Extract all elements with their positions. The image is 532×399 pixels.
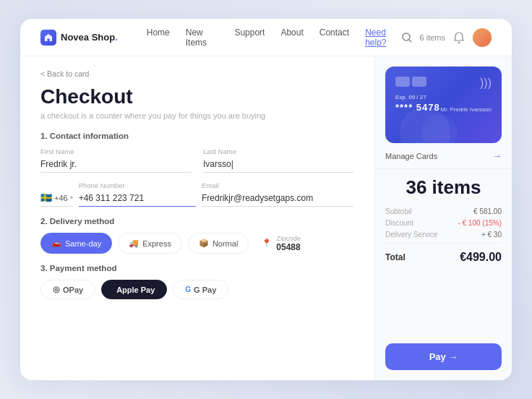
total-row: Total €499.00 <box>385 248 502 267</box>
total-label: Total <box>385 252 406 262</box>
nav-about[interactable]: About <box>280 27 303 48</box>
last-name-input[interactable] <box>203 157 354 173</box>
express-icon: 🚚 <box>129 239 139 248</box>
right-panel: ))) Exp. 09 / 27 **** 5478 Mr. Fredrik I… <box>374 56 512 380</box>
main-card: Novea Shop. Home New Items Support About… <box>20 19 512 380</box>
delivery-row: Delivery Service + € 30 <box>385 231 502 239</box>
nav-right: 6 items <box>401 28 492 47</box>
contact-section-label: 1. Contact information <box>40 132 354 140</box>
gpay-label: G Pay <box>194 286 216 294</box>
logo: Novea Shop. <box>40 30 118 46</box>
flag-selector[interactable]: 🇸🇪 +46 ▾ <box>40 192 73 207</box>
phone-input[interactable] <box>79 191 196 207</box>
page-title: Checkout <box>40 85 354 108</box>
opay-label: OPay <box>63 286 83 294</box>
card-holder-name: Mr. Fredrik Ivarsson <box>440 106 492 113</box>
chevron-down-icon: ▾ <box>70 194 73 201</box>
phone-row: 🇸🇪 +46 ▾ Phone Number Email <box>40 181 354 207</box>
manage-cards-label: Manage Cards <box>385 152 437 160</box>
nfc-icon: ))) <box>480 77 492 90</box>
search-icon[interactable] <box>401 32 413 43</box>
first-name-field: First Name <box>40 147 192 173</box>
payment-section: 3. Payment method ◎ OPay Apple Pay G G P… <box>40 264 354 299</box>
payment-section-label: 3. Payment method <box>40 264 354 273</box>
phone-label: Phone Number <box>79 181 196 189</box>
chip-block-1 <box>395 77 410 87</box>
card-chip <box>395 77 492 87</box>
manage-cards-row[interactable]: Manage Cards → <box>375 143 512 169</box>
delivery-section-label: 2. Delivery method <box>40 217 354 226</box>
country-code: +46 <box>54 194 68 202</box>
items-count-section: 36 items <box>375 169 512 203</box>
first-name-input[interactable] <box>40 157 192 173</box>
back-link[interactable]: < Back to card <box>40 69 354 78</box>
same-day-icon: 🚗 <box>51 239 61 248</box>
flag-icon: 🇸🇪 <box>40 192 52 203</box>
svg-line-1 <box>409 40 411 42</box>
normal-label: Normal <box>213 239 238 248</box>
applepay-label: Apple Pay <box>116 286 155 294</box>
page-subtitle: a checkout is a counter where you pay fo… <box>40 111 354 120</box>
card-expiry: Exp. 09 / 27 <box>395 94 492 100</box>
nav-contact[interactable]: Contact <box>319 27 349 48</box>
zipcode-label: Zipcode <box>276 234 301 242</box>
total-value: €499.00 <box>460 251 502 264</box>
location-icon: 📍 <box>262 239 272 248</box>
zipcode-wrap: 📍 Zipcode 05488 <box>262 234 301 252</box>
delivery-section: 2. Delivery method 🚗 Same-day 🚚 Express … <box>40 217 354 254</box>
payment-options: ◎ OPay Apple Pay G G Pay <box>40 280 354 299</box>
delivery-options: 🚗 Same-day 🚚 Express 📦 Normal 📍 <box>40 233 354 254</box>
normal-icon: 📦 <box>199 239 209 248</box>
chip-block-2 <box>412 77 426 87</box>
navbar: Novea Shop. Home New Items Support About… <box>20 19 512 56</box>
nav-support[interactable]: Support <box>234 27 265 48</box>
svg-point-2 <box>458 41 460 43</box>
discount-row: Discount - € 100 (15%) <box>385 219 502 227</box>
logo-text: Novea Shop. <box>61 32 118 43</box>
phone-field: Phone Number <box>79 181 196 207</box>
summary-divider <box>385 243 502 244</box>
nav-links: Home New Items Support About Contact Nee… <box>147 27 401 48</box>
subtotal-value: € 581.00 <box>473 207 502 215</box>
user-avatar[interactable] <box>473 28 492 47</box>
gpay-icon: G <box>185 286 191 293</box>
discount-label: Discount <box>385 219 413 227</box>
nav-home[interactable]: Home <box>147 27 170 48</box>
delivery-express[interactable]: 🚚 Express <box>118 233 182 254</box>
svg-point-0 <box>403 33 410 40</box>
pay-button[interactable]: Pay → <box>385 343 502 370</box>
first-name-label: First Name <box>40 147 192 155</box>
pay-applepay[interactable]: Apple Pay <box>101 280 167 299</box>
items-count-big: 36 items <box>385 176 502 199</box>
subtotal-label: Subtotal <box>385 207 412 215</box>
content: < Back to card Checkout a checkout is a … <box>20 56 512 380</box>
delivery-label: Delivery Service <box>385 231 437 239</box>
delivery-normal[interactable]: 📦 Normal <box>188 233 249 254</box>
credit-card: ))) Exp. 09 / 27 **** 5478 Mr. Fredrik I… <box>385 66 502 143</box>
discount-value: - € 100 (15%) <box>458 219 502 227</box>
last-name-field: Last Name <box>203 147 354 173</box>
order-summary: Subtotal € 581.00 Discount - € 100 (15%)… <box>375 203 512 338</box>
same-day-label: Same-day <box>65 239 101 248</box>
opay-icon: ◎ <box>53 285 60 294</box>
zipcode-value: 05488 <box>276 242 301 252</box>
nav-items-count: 6 items <box>420 33 445 42</box>
nav-new-items[interactable]: New Items <box>186 27 219 48</box>
email-label: Email <box>202 181 354 189</box>
manage-cards-arrow-icon: → <box>492 150 502 161</box>
delivery-same-day[interactable]: 🚗 Same-day <box>40 233 112 254</box>
bell-icon[interactable] <box>452 31 466 44</box>
last-name-label: Last Name <box>203 147 354 155</box>
express-label: Express <box>142 239 171 248</box>
subtotal-row: Subtotal € 581.00 <box>385 207 502 215</box>
name-row: First Name Last Name <box>40 147 354 173</box>
email-input[interactable] <box>202 191 354 207</box>
nav-need-help[interactable]: Need help? <box>365 27 400 48</box>
pay-opay[interactable]: ◎ OPay <box>40 280 95 299</box>
delivery-value: + € 30 <box>481 231 502 239</box>
email-field: Email <box>202 181 354 207</box>
pay-gpay[interactable]: G G Pay <box>173 280 228 299</box>
left-panel: < Back to card Checkout a checkout is a … <box>20 56 374 380</box>
logo-icon <box>40 30 56 46</box>
